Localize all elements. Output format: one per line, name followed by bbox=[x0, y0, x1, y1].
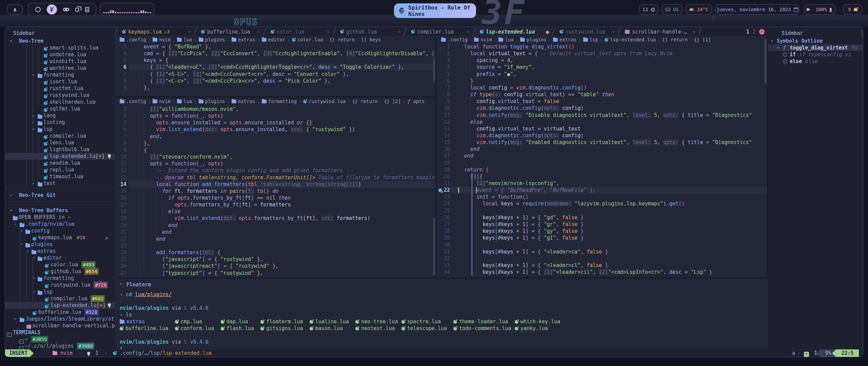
tab-close-icon[interactable]: × bbox=[612, 29, 614, 34]
neotree-section-neo-tree-git[interactable]: ▸Neo-Tree Git bbox=[5, 192, 115, 199]
terminal-line[interactable]: › ls bbox=[120, 311, 132, 318]
tree-item-test[interactable]: ▸test bbox=[5, 180, 115, 187]
code-line-25[interactable]: ["javascript"] = { "rustywind" }, bbox=[138, 256, 263, 263]
editor-pane-1[interactable]: .config›nvim›lua›plugins›extras›formatti… bbox=[115, 98, 435, 278]
code-line-17[interactable]: opts.formatters_by_ft[ft] = formatters bbox=[138, 201, 291, 208]
outline-item-toggle_diag_virtext[interactable]: ▾ƒtoggle_diag_virtextfu bbox=[768, 44, 863, 51]
tree-item-shellharden-lua[interactable]: shellharden.lua bbox=[5, 99, 115, 105]
tab-close-icon[interactable]: × bbox=[188, 29, 191, 34]
vertical-split-divider[interactable] bbox=[435, 36, 436, 278]
tab-compiler-lua[interactable]: compiler.lua× bbox=[406, 27, 473, 36]
tree-item-rustywind-lua[interactable]: rustywind.lua bbox=[5, 92, 115, 99]
code-line-5[interactable]: opts.ensure_installed = opts.ensure_inst… bbox=[138, 119, 312, 126]
date-pill[interactable]: jueves, noviembre 16, 2023 bbox=[715, 4, 800, 15]
code-line-23[interactable]: init = function() bbox=[464, 194, 529, 200]
tree-item-extras[interactable]: ▾extras bbox=[5, 248, 115, 255]
tree-item-rustfmt-lua[interactable]: rustfmt.lua bbox=[5, 85, 115, 92]
code-line-4[interactable]: cmd = { [1]"CccPick", [2]"CccConvert", [… bbox=[138, 50, 435, 57]
code-line-26[interactable]: keys[#keys + 1] = { "gd", false } bbox=[464, 214, 584, 221]
tree-item-lsp[interactable]: ▾lsp bbox=[5, 126, 115, 133]
tree-item-terminals[interactable]: >_TERMINALS bbox=[5, 329, 115, 336]
code-line-26[interactable]: ["javascriptreact"] = { "rustywind" }, bbox=[138, 263, 278, 269]
code-line-6[interactable]: vim.list_extend(dst: opts.ensure_install… bbox=[138, 126, 355, 133]
code-line-10[interactable]: vim.diagnostic.config(opts: config) bbox=[464, 105, 584, 111]
tree-item-compiler-lua[interactable]: compiler.lua#682 bbox=[5, 295, 115, 302]
tree-item-compiler-lua[interactable]: compiler.lua bbox=[5, 133, 115, 139]
tree-item-formatting[interactable]: ▾formatting bbox=[5, 275, 115, 282]
symbols-outline-header[interactable]: ▾Symbols Outline bbox=[768, 38, 863, 44]
code-line-20[interactable]: [1]{ bbox=[464, 173, 482, 180]
tree-item-undotree-lua[interactable]: undotree.lua bbox=[5, 51, 115, 58]
code-line-11[interactable]: vim.notify(msg: "Disable diagnostics vir… bbox=[464, 112, 755, 119]
code-line-12[interactable]: --- Extend the conform plugin config and… bbox=[138, 167, 343, 174]
code-line-28[interactable]: keys[#keys + 1] = { "gy", false } bbox=[464, 228, 584, 235]
code-line-21[interactable]: [1]"neovim/nvim-lspconfig", bbox=[464, 180, 559, 187]
tabpage-number[interactable]: 1 bbox=[746, 29, 749, 35]
outline-item-else[interactable]: ⬡elseelse bbox=[768, 58, 863, 65]
document-icon[interactable] bbox=[85, 7, 89, 12]
neovim-icon[interactable]: V bbox=[47, 4, 57, 15]
code-line-7[interactable]: local config = vim.diagnostic.config() bbox=[464, 84, 587, 91]
tree-item-color-lua[interactable]: color.lua#493 bbox=[5, 261, 115, 268]
scrollbar[interactable] bbox=[433, 217, 435, 276]
tree-item-plugins[interactable]: ▾plugins bbox=[5, 241, 115, 248]
tree-item-rustywind-lua[interactable]: rustywind.lua#726 bbox=[5, 282, 115, 288]
tab-close-icon[interactable]: × bbox=[693, 29, 695, 34]
tree-item-lsp-extended-lu[interactable]: lsp-extended.lu [+] bbox=[5, 302, 115, 309]
tree-item-repl-lua[interactable]: repl.lua bbox=[5, 166, 115, 173]
code-line-11[interactable]: opts = function(_, opts) bbox=[138, 160, 223, 167]
tab-keymaps-lua[interactable]: keymaps.lua⚠3× bbox=[117, 27, 194, 36]
statusline-tabs[interactable]: + 1 bbox=[804, 349, 817, 357]
tree-item-linting[interactable]: ▸linting bbox=[5, 119, 115, 126]
code-line-24[interactable]: local keys = require(modname: "lazyvim.p… bbox=[464, 200, 685, 207]
tree-item-sqlfmt-lua[interactable]: sqlfmt.lua bbox=[5, 105, 115, 112]
terminal-line[interactable]: nvim/lua/plugins via ☾ v5.4.6 bbox=[120, 305, 209, 311]
tab-close-icon[interactable]: × bbox=[327, 29, 330, 34]
code-line-3[interactable]: spacing = 4, bbox=[464, 57, 513, 64]
tree-item-keymaps-lua[interactable]: keymaps.lua#10⚠ bbox=[5, 234, 115, 241]
neotree-section-neo-tree-buffers[interactable]: ▾Neo-Tree Buffers bbox=[5, 207, 115, 214]
tab-close-icon[interactable]: × bbox=[398, 29, 400, 34]
tree-item-scrollbar-handle-vertical-p[interactable]: scrollbar-handle-vertical.p bbox=[5, 322, 115, 329]
tree-item-github-lua[interactable]: github.lua#654 bbox=[5, 268, 115, 275]
firefox-icon[interactable] bbox=[35, 7, 41, 12]
code-line-3[interactable]: event = { "BufRead" }, bbox=[138, 43, 211, 50]
terminal-line[interactable]: extrascmp.luadap.luafloaterm.lualualine.… bbox=[115, 318, 768, 325]
code-line-6[interactable]: { [1]"<leader>uC", [2]"<cmd>CccHighlight… bbox=[138, 64, 404, 70]
terminal-line[interactable]: › cd lua/plugins/ bbox=[120, 291, 172, 298]
tree-item-worktree-lua[interactable]: worktree.lua bbox=[5, 65, 115, 72]
code-line-27[interactable]: keys[#keys + 1] = { "gr", false } bbox=[464, 221, 584, 228]
code-line-13[interactable]: config.virtual_text = virtual_text bbox=[464, 125, 580, 132]
tree-item-smart-splits-lua[interactable]: smart-splits.lua bbox=[5, 44, 115, 51]
code-line-12[interactable]: else bbox=[464, 119, 482, 125]
tree-item-open-buffers-in-[interactable]: OPEN BUFFERS in ~ bbox=[5, 214, 115, 221]
tabpage-number[interactable]: 2 bbox=[753, 29, 756, 35]
floaterm-chevron-icon[interactable]: ▾ bbox=[120, 282, 122, 286]
code-line-4[interactable]: opts = function(_, opts) bbox=[138, 113, 223, 119]
code-line-29[interactable]: keys[#keys + 1] = { "gI", false } bbox=[464, 235, 584, 241]
horizontal-split-divider[interactable] bbox=[115, 96, 435, 98]
notifications-pill[interactable]: 9 bbox=[843, 4, 863, 15]
code-line-1[interactable]: local function toggle_diag_virtext() bbox=[464, 43, 574, 50]
editor-pane-2[interactable]: .config›nvim›lua›plugins›extras›lsp›lsp-… bbox=[436, 36, 767, 278]
code-line-22[interactable]: end bbox=[138, 236, 165, 242]
launcher-button[interactable]: ∧ bbox=[7, 4, 23, 15]
code-line-16[interactable]: if opts.formatters_by_ft[ft] == nil then bbox=[138, 195, 291, 201]
tab-close-icon[interactable]: × bbox=[467, 29, 469, 34]
code-line-5[interactable]: keys = { bbox=[138, 57, 168, 64]
terminal-line[interactable]: bufferline.luaconform.luaflash.luagitsig… bbox=[115, 325, 768, 332]
outline-item-if[interactable]: ⬡ifif type(config.vi bbox=[768, 51, 863, 58]
tree-item-lang[interactable]: ▸lang bbox=[5, 112, 115, 119]
tree-item-lightbulb-lua[interactable]: lightbulb.lua bbox=[5, 146, 115, 153]
code-line-3[interactable]: [1]"williamboman/mason.nvim", bbox=[138, 106, 239, 113]
tree-item-lsp-extended-lu[interactable]: lsp-extended.lu[+] bbox=[5, 153, 115, 160]
code-line-7[interactable]: { [1]"<S-C>", [2]"<cmd>CccConvert<cr>", … bbox=[138, 71, 349, 78]
code-line-8[interactable]: { [1]"<C-c>", [2]"<cmd>CccPick<cr>", des… bbox=[138, 78, 331, 84]
volume-pill[interactable]: 100% bbox=[804, 4, 836, 15]
code-line-14[interactable]: vim.diagnostic.config(opts: config) bbox=[464, 132, 584, 139]
code-line-31[interactable]: keys[#keys + 1] = { "<leader>ca", false … bbox=[464, 248, 608, 255]
code-line-9[interactable]: config.virtual_text = false bbox=[464, 98, 559, 105]
tree-item-bufferline-lua[interactable]: bufferline.lua#328 bbox=[5, 309, 115, 316]
neotree-section-neo-tree[interactable]: ▾Neo-Tree bbox=[5, 38, 115, 44]
tree-item--config-nvim-lua[interactable]: ▾.config/nvim/lua bbox=[5, 221, 115, 227]
